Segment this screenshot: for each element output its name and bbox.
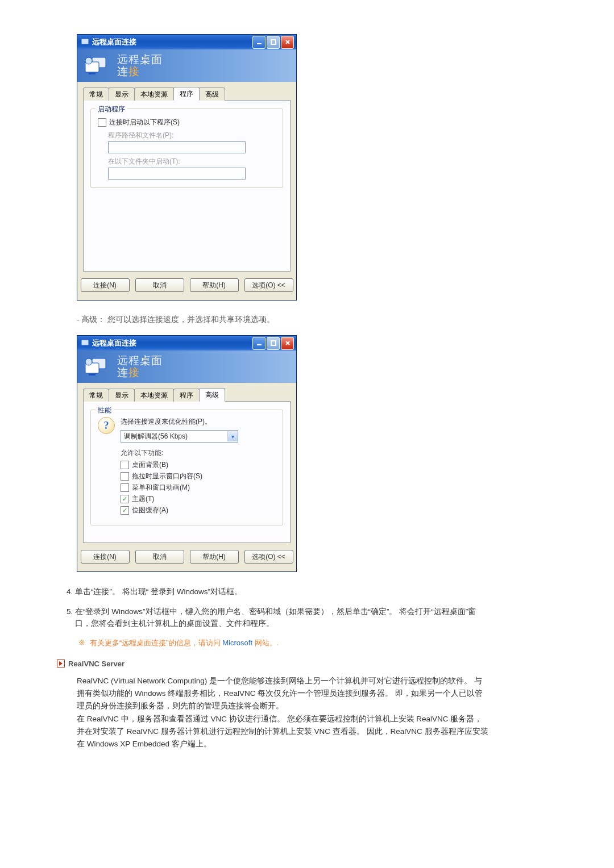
banner-title: 远程桌面 连接 — [117, 355, 163, 379]
step-5: 在“登录到 Windows”对话框中，键入您的用户名、密码和域（如果需要），然后… — [75, 606, 489, 630]
window-title: 远程桌面连接 — [92, 37, 136, 47]
help-icon: ? — [98, 417, 115, 434]
tab-programs[interactable]: 程序 — [173, 87, 200, 101]
window-title: 远程桌面连接 — [92, 338, 136, 348]
chk-bitmap-cache[interactable]: ✓ — [121, 506, 129, 515]
start-program-checkbox[interactable] — [98, 118, 106, 127]
start-folder-field[interactable] — [108, 168, 246, 180]
combo-value: 调制解调器(56 Kbps) — [121, 432, 227, 441]
connect-button[interactable]: 连接(N) — [81, 278, 130, 292]
cancel-button[interactable]: 取消 — [135, 550, 184, 564]
rdp-dialog-advanced: 远程桌面连接 远程桌面 连接 — [77, 335, 297, 572]
chk-menu-anim[interactable] — [121, 483, 129, 492]
svg-rect-11 — [271, 341, 276, 345]
maximize-button[interactable] — [267, 36, 280, 49]
monitors-icon — [82, 355, 110, 379]
section-realvnc: RealVNC Server — [57, 660, 489, 668]
group-start-program: 启动程序 连接时启动以下程序(S) 程序路径和文件名(P): 在以下文件夹中启动… — [90, 108, 283, 188]
titlebar[interactable]: 远程桌面连接 — [77, 35, 296, 49]
svg-rect-9 — [84, 346, 86, 347]
note-before: 有关更多“远程桌面连接”的信息，请访问 — [90, 639, 222, 647]
tab-advanced[interactable]: 高级 — [199, 87, 225, 101]
options-button[interactable]: 选项(O) << — [244, 278, 293, 292]
svg-rect-0 — [81, 39, 89, 44]
svg-rect-14 — [89, 374, 96, 375]
svg-rect-3 — [271, 40, 276, 44]
chk-desktop-bg[interactable] — [121, 461, 129, 469]
section-title: RealVNC Server — [68, 660, 125, 668]
cancel-button[interactable]: 取消 — [135, 278, 184, 292]
step-4: 单击“连接”。 将出现“ 登录到 Windows”对话框。 — [75, 586, 489, 598]
connect-button[interactable]: 连接(N) — [81, 550, 130, 564]
svg-rect-1 — [84, 45, 86, 46]
note-icon: ※ — [78, 638, 85, 648]
svg-point-15 — [85, 358, 92, 365]
tabstrip: 常规 显示 本地资源 程序 高级 — [83, 389, 291, 402]
note-row: ※ 有关更多“远程桌面连接”的信息，请访问 Microsoft 网站。. — [78, 638, 489, 648]
note-after: 网站。. — [252, 639, 279, 647]
section-bullet-icon — [57, 660, 65, 667]
step-list: 单击“连接”。 将出现“ 登录到 Windows”对话框。 在“登录到 Wind… — [63, 586, 489, 630]
svg-rect-10 — [257, 344, 262, 345]
help-button[interactable]: 帮助(H) — [190, 278, 239, 292]
titlebar[interactable]: 远程桌面连接 — [77, 336, 296, 350]
banner: 远程桌面 连接 — [77, 350, 296, 383]
tab-display[interactable]: 显示 — [109, 389, 135, 402]
maximize-button[interactable] — [267, 337, 280, 350]
group-legend: 性能 — [96, 406, 114, 415]
microsoft-link[interactable]: Microsoft — [222, 639, 252, 647]
tabstrip: 常规 显示 本地资源 程序 高级 — [83, 87, 291, 101]
tab-programs[interactable]: 程序 — [173, 389, 200, 402]
close-button[interactable] — [281, 337, 294, 350]
perf-instruction: 选择连接速度来优化性能(P)。 — [121, 417, 276, 427]
banner: 远程桌面 连接 — [77, 49, 296, 82]
advanced-bullet: - 高级： 您可以选择连接速度，并选择和共享环境选项。 — [77, 315, 489, 325]
chk-drag-content[interactable] — [121, 472, 129, 481]
start-program-label: 连接时启动以下程序(S) — [109, 118, 180, 127]
connection-speed-combo[interactable]: 调制解调器(56 Kbps) ▾ — [121, 430, 238, 443]
chevron-down-icon: ▾ — [227, 431, 238, 441]
tab-general[interactable]: 常规 — [83, 87, 109, 101]
minimize-button[interactable] — [252, 337, 265, 350]
tab-local[interactable]: 本地资源 — [134, 389, 174, 402]
close-button[interactable] — [281, 36, 294, 49]
tab-advanced[interactable]: 高级 — [199, 388, 225, 402]
tab-display[interactable]: 显示 — [109, 87, 135, 101]
svg-point-7 — [85, 57, 92, 64]
help-button[interactable]: 帮助(H) — [190, 550, 239, 564]
start-folder-label: 在以下文件夹中启动(T): — [108, 157, 276, 166]
group-legend: 启动程序 — [96, 105, 127, 114]
options-button[interactable]: 选项(O) << — [244, 550, 293, 564]
banner-title: 远程桌面 连接 — [117, 54, 163, 78]
allow-label: 允许以下功能: — [121, 448, 276, 458]
svg-rect-6 — [89, 73, 96, 74]
monitors-icon — [82, 54, 110, 78]
group-performance: 性能 ? 选择连接速度来优化性能(P)。 调制解调器(56 Kbps) ▾ 允许… — [90, 410, 283, 525]
app-icon — [81, 37, 90, 47]
tab-general[interactable]: 常规 — [83, 389, 109, 402]
svg-rect-2 — [257, 43, 262, 44]
svg-rect-8 — [81, 340, 89, 345]
rdp-dialog-programs: 远程桌面连接 远程桌面 连接 — [77, 34, 297, 301]
realvnc-paragraph: RealVNC (Virtual Network Computing) 是一个使… — [77, 675, 489, 751]
chk-theme[interactable]: ✓ — [121, 495, 129, 503]
program-path-label: 程序路径和文件名(P): — [108, 131, 276, 140]
app-icon — [81, 339, 90, 348]
tab-local[interactable]: 本地资源 — [134, 87, 174, 101]
minimize-button[interactable] — [252, 36, 265, 49]
program-path-field[interactable] — [108, 141, 246, 153]
